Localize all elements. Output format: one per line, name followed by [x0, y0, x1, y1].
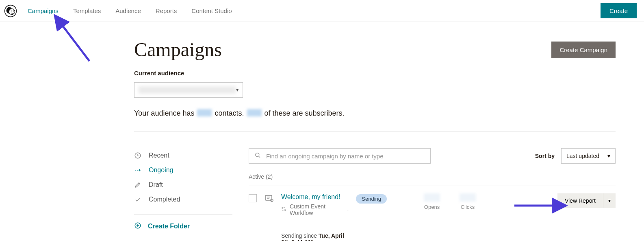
stat-opens-label: Opens [418, 204, 446, 210]
campaign-meta: Custom Event Workflow · [281, 203, 349, 216]
row-actions: View Report ▾ [557, 193, 616, 208]
svg-point-7 [256, 153, 259, 157]
search-icon [254, 151, 261, 160]
check-icon [134, 196, 141, 203]
nav-item-campaigns[interactable]: Campaigns [28, 7, 59, 14]
campaign-title-link[interactable]: Welcome, my friend! [281, 193, 349, 201]
contact-count-redacted [197, 109, 212, 116]
repeat-icon [281, 206, 286, 213]
chevron-down-icon: ▾ [608, 198, 611, 204]
automation-icon [264, 193, 274, 203]
create-folder-button[interactable]: Create Folder [134, 222, 232, 231]
active-count-label: Active (2) [249, 173, 616, 180]
chevron-down-icon: ▾ [236, 87, 239, 93]
svg-point-3 [11, 10, 12, 11]
sidebar: Recent Ongoing Draft Completed [134, 148, 232, 241]
sending-since-prefix: Sending since [281, 232, 319, 239]
audience-summary-mid: contacts. [212, 109, 246, 117]
nav-item-audience[interactable]: Audience [115, 7, 141, 14]
sidebar-item-completed[interactable]: Completed [134, 192, 232, 207]
nav-item-templates[interactable]: Templates [73, 7, 101, 14]
audience-summary-suffix: of these are subscribers. [262, 109, 345, 117]
sidebar-item-ongoing[interactable]: Ongoing [134, 163, 232, 177]
arrow-dashed-icon [134, 167, 141, 174]
nav-item-reports[interactable]: Reports [156, 7, 177, 14]
stat-clicks: Clicks [453, 193, 482, 210]
svg-point-4 [13, 10, 14, 11]
sidebar-item-label: Recent [149, 152, 169, 159]
campaign-info: Welcome, my friend! Custom Event Workflo… [281, 193, 349, 241]
audience-select-value [139, 86, 236, 94]
sidebar-item-draft[interactable]: Draft [134, 177, 232, 192]
chevron-down-icon: ▾ [607, 153, 610, 159]
stat-clicks-label: Clicks [453, 204, 482, 210]
page-header: Campaigns Create Campaign [134, 38, 616, 61]
stat-clicks-value-redacted [460, 193, 476, 202]
workflow-type: Custom Event Workflow [290, 203, 344, 216]
lower: Recent Ongoing Draft Completed [134, 148, 616, 241]
view-report-button[interactable]: View Report [557, 193, 603, 208]
content: Sort by Last updated ▾ Active (2) Welcom… [249, 148, 616, 241]
status-badge: Sending [356, 194, 387, 204]
sort-select[interactable]: Last updated ▾ [561, 148, 616, 164]
topbar: Campaigns Templates Audience Reports Con… [0, 0, 644, 22]
sort-label: Sort by [535, 153, 555, 159]
main: Campaigns Create Campaign Current audien… [0, 22, 632, 241]
sidebar-item-recent[interactable]: Recent [134, 148, 232, 163]
page-title: Campaigns [134, 38, 222, 61]
divider [134, 131, 616, 132]
mailchimp-icon [4, 4, 17, 18]
create-button[interactable]: Create [601, 3, 637, 18]
create-campaign-button[interactable]: Create Campaign [551, 42, 616, 58]
search-box[interactable] [249, 148, 431, 164]
sidebar-divider [134, 214, 232, 215]
stat-opens-value-redacted [424, 193, 440, 202]
campaign-row: Welcome, my friend! Custom Event Workflo… [249, 186, 616, 241]
search-row: Sort by Last updated ▾ [249, 148, 616, 164]
row-checkbox[interactable] [249, 194, 257, 202]
current-audience-label: Current audience [134, 70, 616, 77]
plus-circle-icon [134, 222, 141, 231]
sort-wrap: Sort by Last updated ▾ [535, 148, 616, 164]
sort-value: Last updated [566, 153, 599, 159]
subscriber-count-redacted [247, 109, 262, 116]
audience-block: Current audience ▾ Your audience has con… [134, 70, 616, 118]
logo-mailchimp[interactable] [3, 4, 18, 18]
sidebar-item-label: Draft [149, 181, 163, 188]
nav-item-content-studio[interactable]: Content Studio [191, 7, 232, 14]
pencil-icon [134, 181, 141, 188]
audience-summary: Your audience has contacts. of these are… [134, 109, 616, 118]
row-actions-dropdown[interactable]: ▾ [603, 193, 616, 208]
sidebar-item-label: Ongoing [149, 167, 173, 174]
sidebar-item-label: Completed [149, 196, 180, 203]
stat-opens: Opens [418, 193, 446, 210]
meta-separator: · [347, 206, 349, 213]
sending-since: Sending since Tue, April 9th 8:44 AM [281, 232, 349, 241]
svg-point-2 [9, 9, 15, 14]
clock-icon [134, 152, 141, 159]
audience-summary-prefix: Your audience has [134, 109, 196, 117]
nav-links: Campaigns Templates Audience Reports Con… [28, 7, 232, 14]
audience-select[interactable]: ▾ [134, 82, 243, 98]
search-input[interactable] [266, 153, 425, 160]
create-folder-label: Create Folder [148, 223, 190, 230]
